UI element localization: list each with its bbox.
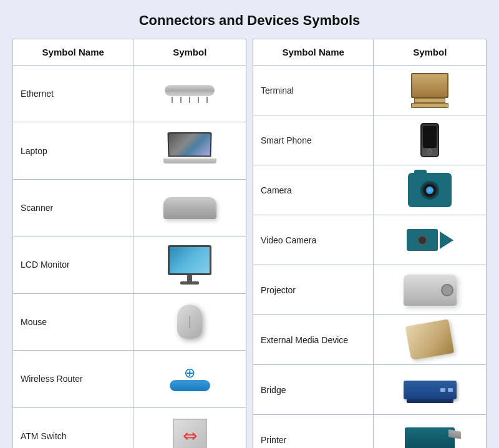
device-name-terminal: Terminal — [253, 66, 374, 115]
device-name-external-media: External Media Device — [253, 315, 374, 365]
table-row: Camera — [253, 165, 487, 215]
lcd-monitor-icon — [168, 245, 211, 285]
device-name-camera: Camera — [253, 165, 374, 215]
video-camera-icon — [407, 229, 453, 251]
device-symbol-projector — [374, 265, 487, 315]
table-row: Mouse — [13, 293, 246, 350]
device-name-lcd-monitor: LCD Monitor — [13, 236, 133, 293]
table-row: Scanner — [13, 179, 246, 236]
device-symbol-printer — [374, 415, 487, 449]
device-symbol-wireless-router: ⊕ — [133, 351, 246, 407]
atm-switch-icon: ⇔ — [173, 419, 207, 448]
table-row: External Media Device — [253, 315, 487, 365]
device-name-smartphone: Smart Phone — [253, 115, 374, 165]
table-row: Bridge — [253, 365, 487, 415]
external-media-icon — [405, 319, 454, 360]
device-symbol-bridge — [374, 365, 487, 415]
device-symbol-camera — [374, 165, 487, 215]
device-symbol-video-camera — [374, 215, 487, 265]
table-row: Laptop — [13, 122, 246, 179]
device-symbol-smartphone — [374, 115, 487, 165]
page-title: Connectors and Devices Symbols — [139, 12, 361, 29]
device-symbol-external-media — [374, 315, 487, 365]
camera-icon — [408, 173, 452, 207]
table-row: Wireless Router ⊕ — [13, 351, 246, 407]
left-table: Symbol Name Symbol Ethernet — [12, 39, 246, 448]
device-name-laptop: Laptop — [13, 122, 133, 179]
device-symbol-ethernet — [133, 66, 246, 122]
device-symbol-scanner — [133, 179, 246, 236]
printer-icon — [405, 427, 455, 449]
device-name-scanner: Scanner — [13, 179, 133, 236]
device-name-mouse: Mouse — [13, 293, 133, 350]
right-table: Symbol Name Symbol Terminal — [253, 39, 487, 448]
device-name-projector: Projector — [253, 265, 374, 315]
projector-icon — [404, 275, 457, 306]
device-name-bridge: Bridge — [253, 365, 374, 415]
bridge-icon — [404, 381, 457, 399]
mouse-icon — [177, 304, 202, 339]
device-name-wireless-router: Wireless Router — [13, 351, 133, 407]
table-row: Terminal — [253, 66, 487, 115]
table-row: Ethernet — [13, 66, 246, 122]
device-name-ethernet: Ethernet — [13, 66, 133, 122]
right-col2-header: Symbol — [374, 39, 487, 66]
table-row: ATM Switch ⇔ — [13, 407, 246, 448]
device-name-video-camera: Video Camera — [253, 215, 374, 265]
device-name-atm-switch: ATM Switch — [13, 407, 133, 448]
table-row: Printer — [253, 415, 487, 449]
table-row: Video Camera — [253, 215, 487, 265]
table-row: Smart Phone — [253, 115, 487, 165]
smartphone-icon — [420, 123, 439, 157]
device-symbol-lcd-monitor — [133, 236, 246, 293]
device-symbol-atm-switch: ⇔ — [133, 407, 246, 448]
right-col1-header: Symbol Name — [253, 39, 374, 66]
table-row: Projector — [253, 265, 487, 315]
scanner-icon — [163, 197, 216, 219]
ethernet-icon — [165, 85, 215, 103]
tables-wrapper: Symbol Name Symbol Ethernet — [12, 39, 487, 448]
device-symbol-laptop — [133, 122, 246, 179]
device-symbol-terminal — [374, 66, 487, 115]
device-name-printer: Printer — [253, 415, 374, 449]
wireless-router-icon: ⊕ — [170, 366, 210, 391]
table-row: LCD Monitor — [13, 236, 246, 293]
left-col1-header: Symbol Name — [13, 39, 133, 66]
device-symbol-mouse — [133, 293, 246, 350]
left-col2-header: Symbol — [133, 39, 246, 66]
terminal-icon — [411, 73, 448, 108]
laptop-icon — [163, 132, 216, 170]
